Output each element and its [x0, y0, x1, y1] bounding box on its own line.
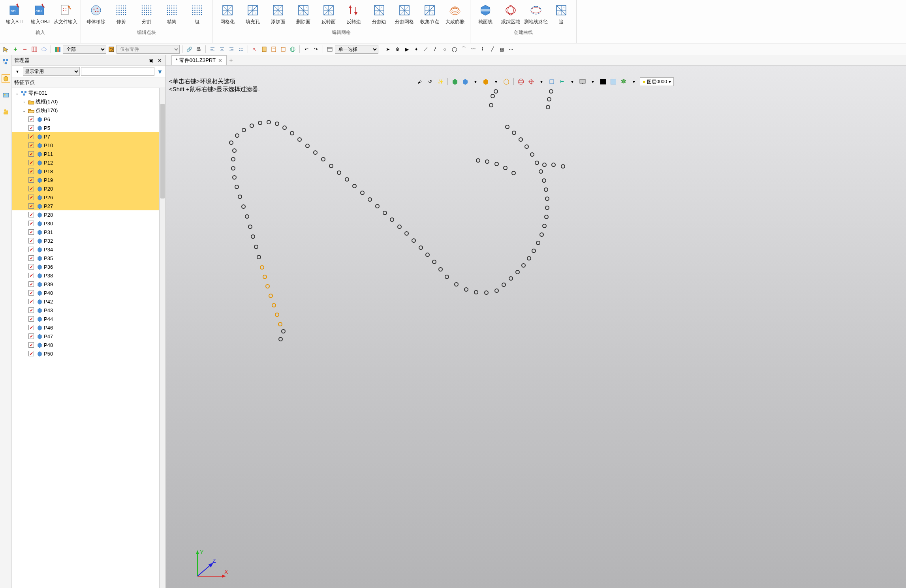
- point-marker[interactable]: [511, 171, 516, 175]
- ribbon-split-button[interactable]: 分割: [134, 2, 159, 26]
- tree-row[interactable]: ✓P46: [12, 323, 165, 332]
- arrow-icon[interactable]: ↖: [250, 45, 259, 54]
- point-marker[interactable]: [489, 103, 493, 107]
- square-icon[interactable]: [547, 77, 556, 86]
- checkbox-icon[interactable]: ✓: [28, 273, 34, 278]
- point-marker[interactable]: [352, 184, 357, 188]
- point-marker[interactable]: [551, 163, 556, 167]
- ribbon-stl-button[interactable]: STL输入STL: [2, 2, 28, 26]
- point-marker[interactable]: [329, 164, 333, 168]
- point-marker[interactable]: [545, 197, 549, 201]
- point-marker-selected[interactable]: [263, 275, 267, 279]
- point-marker[interactable]: [238, 195, 242, 199]
- wire-sphere-icon[interactable]: [517, 77, 525, 86]
- circle-icon[interactable]: ○: [440, 45, 449, 54]
- tree-row[interactable]: ✓P7: [12, 132, 165, 141]
- ribbon-add-face-button[interactable]: 添加面: [265, 2, 291, 26]
- checkbox-icon[interactable]: ✓: [28, 247, 34, 252]
- point-marker[interactable]: [231, 157, 235, 161]
- ribbon-split-mesh-button[interactable]: 分割网格: [392, 2, 417, 26]
- tree-row[interactable]: ✓P43: [12, 306, 165, 315]
- checkbox-icon[interactable]: ✓: [28, 177, 34, 183]
- point-marker[interactable]: [484, 290, 489, 295]
- point-marker[interactable]: [235, 133, 239, 138]
- point-marker[interactable]: [561, 164, 565, 169]
- tree-row[interactable]: ›线框(170): [12, 97, 165, 106]
- point-marker[interactable]: [232, 175, 237, 180]
- add-icon[interactable]: +: [11, 45, 20, 54]
- list-icon[interactable]: [237, 45, 245, 54]
- tree-row[interactable]: ✓P35: [12, 254, 165, 262]
- tree-row[interactable]: ✓P40: [12, 288, 165, 297]
- doc-icon[interactable]: [260, 45, 269, 54]
- point-marker[interactable]: [375, 204, 380, 208]
- point-marker[interactable]: [297, 137, 302, 142]
- point-marker[interactable]: [313, 150, 318, 155]
- point-marker[interactable]: [254, 245, 258, 249]
- point-marker[interactable]: [360, 191, 365, 195]
- point-marker-selected[interactable]: [275, 313, 279, 317]
- tree-row[interactable]: ✓P42: [12, 297, 165, 306]
- tree-row[interactable]: ✓P6: [12, 115, 165, 124]
- tab-add-button[interactable]: +: [227, 57, 235, 64]
- chevron-down-icon[interactable]: ▾: [630, 77, 638, 86]
- minus-icon[interactable]: −: [21, 45, 29, 54]
- checkbox-icon[interactable]: ✓: [28, 255, 34, 261]
- ribbon-del-face-button[interactable]: 删除面: [291, 2, 316, 26]
- sparkle-icon[interactable]: ✦: [412, 45, 421, 54]
- checkbox-icon[interactable]: ✓: [28, 281, 34, 287]
- brush-icon[interactable]: 🖌: [415, 77, 424, 86]
- point-marker[interactable]: [544, 215, 549, 219]
- grid-icon[interactable]: [30, 45, 39, 54]
- curve-icon[interactable]: ⌇: [478, 45, 487, 54]
- ribbon-fill-hole-button[interactable]: 填充孔: [240, 2, 265, 26]
- ellipse-icon[interactable]: ◯: [450, 45, 459, 54]
- target-icon[interactable]: [527, 77, 536, 86]
- checkbox-icon[interactable]: ✓: [28, 151, 34, 157]
- undo-icon[interactable]: ↶: [302, 45, 311, 54]
- point-marker[interactable]: [235, 185, 239, 189]
- align-left-icon[interactable]: [208, 45, 217, 54]
- point-marker-selected[interactable]: [269, 294, 273, 298]
- point-marker[interactable]: [432, 260, 436, 264]
- tree-scrollbar[interactable]: [159, 88, 165, 588]
- cube-solid-icon[interactable]: [451, 77, 459, 86]
- reset-icon[interactable]: ↺: [426, 77, 434, 86]
- point-marker[interactable]: [503, 166, 508, 170]
- chevron-down-icon[interactable]: ▾: [588, 77, 597, 86]
- checkbox-icon[interactable]: ✓: [28, 186, 34, 191]
- point-marker[interactable]: [547, 97, 551, 101]
- checkbox-icon[interactable]: ✓: [28, 333, 34, 339]
- checkbox-icon[interactable]: ✓: [28, 160, 34, 165]
- point-marker[interactable]: [368, 197, 372, 202]
- point-marker[interactable]: [419, 245, 423, 250]
- point-marker[interactable]: [404, 231, 409, 236]
- point-marker[interactable]: [425, 253, 430, 257]
- point-marker[interactable]: [512, 131, 516, 135]
- ribbon-obj-button[interactable]: OBJ输入OBJ: [28, 2, 53, 26]
- checkbox-icon[interactable]: ✓: [28, 299, 34, 304]
- link-icon[interactable]: 🔗: [185, 45, 194, 54]
- point-marker[interactable]: [545, 206, 549, 210]
- ribbon-flip-edge-button[interactable]: 反转边: [341, 2, 367, 26]
- point-marker[interactable]: [494, 162, 499, 166]
- point-marker[interactable]: [248, 225, 252, 229]
- point-marker[interactable]: [242, 128, 246, 132]
- filter-parts-combo[interactable]: 仅有零件: [117, 45, 180, 54]
- tree-row[interactable]: ✓P11: [12, 150, 165, 158]
- restore-icon[interactable]: ▣: [147, 57, 154, 64]
- ribbon-meshify-button[interactable]: 网格化: [215, 2, 240, 26]
- checkbox-icon[interactable]: ✓: [28, 203, 34, 209]
- ruler-icon[interactable]: ⊢: [558, 77, 566, 86]
- ribbon-trace-button[interactable]: 跟踪区域: [498, 2, 523, 26]
- tree-row[interactable]: ✓P48: [12, 341, 165, 349]
- point-marker[interactable]: [257, 255, 261, 259]
- checkbox-icon[interactable]: ✓: [28, 264, 34, 270]
- point-marker-selected[interactable]: [265, 284, 270, 288]
- feature-tree[interactable]: ⌄零件001›线框(170)⌄点块(170)✓P6✓P5✓P7✓P10✓P11✓…: [12, 88, 165, 588]
- point-marker[interactable]: [539, 232, 544, 237]
- point-marker[interactable]: [245, 214, 249, 219]
- point-marker[interactable]: [337, 170, 341, 175]
- arc-icon[interactable]: ⌒: [459, 45, 468, 54]
- tree-row[interactable]: ✓P19: [12, 176, 165, 184]
